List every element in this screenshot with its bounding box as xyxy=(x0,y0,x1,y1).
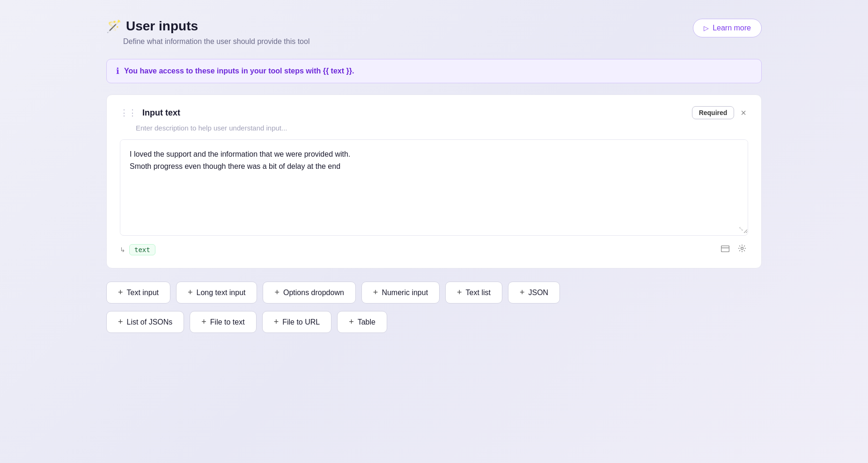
variable-name-tag: text xyxy=(129,244,155,255)
add-numeric-input-button[interactable]: +Numeric input xyxy=(361,282,440,304)
main-container: 🪄 User inputs Define what information th… xyxy=(106,19,762,444)
svg-point-2 xyxy=(741,247,743,250)
info-banner: ℹ You have access to these inputs in you… xyxy=(106,59,762,83)
add-button-label: File to URL xyxy=(282,318,320,326)
add-button-label: Text list xyxy=(466,289,491,297)
input-description: Enter description to help user understan… xyxy=(136,124,748,132)
add-button-label: Long text input xyxy=(197,289,246,297)
layout-icon-button[interactable] xyxy=(719,243,731,256)
plus-icon: + xyxy=(274,317,279,327)
settings-icon-button[interactable] xyxy=(736,242,748,257)
layout-icon xyxy=(721,246,729,252)
add-button-label: List of JSONs xyxy=(127,318,173,326)
learn-more-button[interactable]: ▷ Learn more xyxy=(693,19,762,37)
title-text: User inputs xyxy=(126,19,198,34)
add-buttons-section: +Text input+Long text input+Options drop… xyxy=(106,282,762,333)
plus-icon: + xyxy=(520,288,525,297)
input-card-header-right: Required × xyxy=(692,106,748,119)
close-button[interactable]: × xyxy=(739,107,748,118)
page-title: 🪄 User inputs xyxy=(106,19,309,34)
add-button-label: Numeric input xyxy=(382,289,428,297)
plus-icon: + xyxy=(457,288,462,297)
input-card: ⋮⋮ Input text Required × Enter descripti… xyxy=(106,94,762,268)
add-buttons-row-2: +List of JSONs+File to text+File to URL+… xyxy=(106,311,762,333)
input-name: Input text xyxy=(142,108,180,118)
plus-icon: + xyxy=(373,288,378,297)
info-banner-text: You have access to these inputs in your … xyxy=(124,67,354,75)
add-list-of-jsons-button[interactable]: +List of JSONs xyxy=(106,311,184,333)
input-footer: ↳ text xyxy=(120,242,748,257)
plus-icon: + xyxy=(274,288,280,297)
add-table-button[interactable]: +Table xyxy=(337,311,387,333)
add-button-label: JSON xyxy=(528,289,548,297)
settings-icon xyxy=(738,244,746,253)
add-text-list-button[interactable]: +Text list xyxy=(445,282,502,304)
add-options-dropdown-button[interactable]: +Options dropdown xyxy=(263,282,355,304)
input-textarea[interactable] xyxy=(120,140,748,233)
plus-icon: + xyxy=(118,317,123,327)
header-left: 🪄 User inputs Define what information th… xyxy=(106,19,309,46)
plus-icon: + xyxy=(201,317,206,327)
plus-icon: + xyxy=(349,317,354,327)
title-icon: 🪄 xyxy=(106,19,121,34)
add-file-to-url-button[interactable]: +File to URL xyxy=(262,311,332,333)
add-long-text-input-button[interactable]: +Long text input xyxy=(176,282,257,304)
input-card-header-left: ⋮⋮ Input text xyxy=(120,108,180,118)
add-button-label: File to text xyxy=(210,318,245,326)
info-icon: ℹ xyxy=(116,66,119,76)
add-button-label: Text input xyxy=(127,289,159,297)
add-button-label: Table xyxy=(358,318,375,326)
arrow-icon: ↳ xyxy=(120,246,125,253)
learn-more-label: Learn more xyxy=(713,24,751,32)
drag-handle-icon[interactable]: ⋮⋮ xyxy=(120,108,137,118)
textarea-wrapper: ⤡ xyxy=(120,139,748,236)
resize-icon: ⤡ xyxy=(738,225,744,232)
plus-icon: + xyxy=(188,288,193,297)
add-text-input-button[interactable]: +Text input xyxy=(106,282,170,304)
footer-actions xyxy=(719,242,748,257)
required-badge-button[interactable]: Required xyxy=(692,106,735,119)
play-icon: ▷ xyxy=(704,24,709,32)
header: 🪄 User inputs Define what information th… xyxy=(106,19,762,46)
add-file-to-text-button[interactable]: +File to text xyxy=(190,311,256,333)
input-card-header: ⋮⋮ Input text Required × xyxy=(120,106,748,119)
add-json-button[interactable]: +JSON xyxy=(508,282,560,304)
add-button-label: Options dropdown xyxy=(283,289,344,297)
plus-icon: + xyxy=(118,288,123,297)
variable-tag: ↳ text xyxy=(120,244,155,255)
page-subtitle: Define what information the user should … xyxy=(123,37,309,46)
add-buttons-row-1: +Text input+Long text input+Options drop… xyxy=(106,282,762,304)
svg-rect-0 xyxy=(721,246,729,252)
